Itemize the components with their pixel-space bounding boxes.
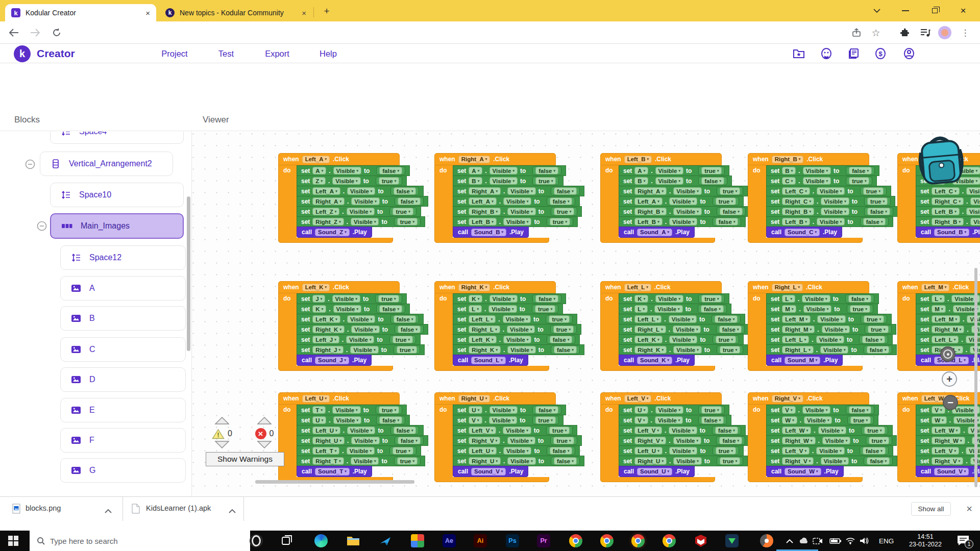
dropdown-Visible[interactable]: Visible▾ (669, 315, 697, 323)
block-stack-Left_U[interactable]: whenLeft_U▾.ClickdosetT▾.Visible▾totrue▾… (278, 392, 428, 482)
value-block[interactable]: false▾ (551, 187, 580, 195)
value-block[interactable]: true▾ (866, 436, 892, 445)
value-block[interactable]: true▾ (698, 406, 725, 414)
set-block[interactable]: setLeft_L▾.Visible▾tofalse▾ (619, 314, 745, 324)
dropdown-Visible[interactable]: Visible▾ (347, 315, 375, 323)
dropdown-true[interactable]: true▾ (393, 208, 413, 215)
set-block[interactable]: setLeft_Z▾.Visible▾totrue▾ (297, 206, 421, 217)
dropdown-true[interactable]: true▾ (716, 197, 736, 205)
taskbar-app-quik[interactable] (756, 531, 777, 551)
taskbar-app-after-effects[interactable]: Ae (439, 531, 459, 551)
taskbar-clock[interactable]: 14:51 23-01-2022 (902, 533, 948, 548)
set-block[interactable]: setW▾.Visible▾totrue▾ (766, 415, 878, 425)
dropdown-Visible[interactable]: Visible▾ (489, 177, 518, 185)
when-block[interactable]: whenRight_B▾.Click (748, 153, 869, 165)
dropdown-Visible[interactable]: Visible▾ (673, 325, 701, 333)
dropdown-Left_U[interactable]: Left_U▾ (302, 395, 330, 403)
dropdown-true[interactable]: true▾ (393, 336, 413, 343)
playlist-icon[interactable] (919, 26, 932, 39)
dropdown-true[interactable]: true▾ (397, 218, 418, 226)
dropdown-Visible[interactable]: Visible▾ (966, 447, 980, 455)
set-block[interactable]: setZ▾.Visible▾totrue▾ (297, 176, 407, 186)
dropdown-true[interactable]: true▾ (535, 305, 555, 313)
dropdown-J[interactable]: J▾ (312, 295, 325, 303)
menu-project[interactable]: Project (161, 49, 187, 59)
dropdown-Visible[interactable]: Visible▾ (507, 187, 535, 195)
dropdown-true[interactable]: true▾ (720, 457, 740, 465)
dropdown-Left_W[interactable]: Left_W▾ (782, 427, 811, 434)
dropdown-Right_C[interactable]: Right_C▾ (782, 197, 814, 205)
dropdown-false[interactable]: false▾ (550, 447, 573, 455)
dropdown-Visible[interactable]: Visible▾ (967, 315, 980, 323)
dropdown-true[interactable]: true▾ (864, 315, 884, 323)
dropdown-Right_A[interactable]: Right_A▾ (458, 156, 491, 163)
dropdown-Left_A[interactable]: Left_A▾ (302, 156, 330, 163)
dropdown-Right_M[interactable]: Right_M▾ (932, 325, 964, 333)
dropdown-Left_B[interactable]: Left_B▾ (782, 218, 810, 226)
downloads-close-icon[interactable]: × (962, 501, 977, 516)
dropdown-V[interactable]: V▾ (782, 406, 795, 414)
value-block[interactable]: true▾ (532, 177, 559, 185)
dropdown-Visible[interactable]: Visible▾ (803, 177, 831, 185)
dropdown-Right_L[interactable]: Right_L▾ (634, 325, 666, 333)
dropdown-false[interactable]: false▾ (862, 336, 885, 343)
dropdown-Left_L[interactable]: Left_L▾ (782, 336, 809, 343)
dropdown-Visible[interactable]: Visible▾ (669, 218, 697, 226)
dropdown-B[interactable]: B▾ (469, 177, 482, 185)
call-block[interactable]: callSound_K▾.Play (619, 355, 695, 366)
notification-center-icon[interactable]: 1 (957, 535, 970, 548)
block-stack-Left_A[interactable]: whenLeft_A▾.ClickdosetA▾.Visible▾tofalse… (278, 153, 428, 243)
dropdown-false[interactable]: false▾ (398, 437, 421, 444)
when-block[interactable]: whenLeft_W▾.Click (897, 392, 980, 405)
dropdown-true[interactable]: true▾ (553, 325, 574, 333)
value-block[interactable]: true▾ (532, 416, 559, 424)
dropdown-Left_K[interactable]: Left_K▾ (469, 336, 496, 343)
currency-icon[interactable]: $ (874, 47, 887, 60)
dropdown-Visible[interactable]: Visible▾ (669, 447, 697, 455)
set-block[interactable]: setLeft_A▾.Visible▾tofalse▾ (297, 186, 424, 196)
menu-test[interactable]: Test (218, 49, 234, 59)
zoom-in-button[interactable]: + (942, 371, 957, 387)
dropdown-false[interactable]: false▾ (554, 187, 577, 195)
sidebar-item-E[interactable]: E (60, 398, 186, 422)
call-block[interactable]: callSound_B▾.Play (916, 227, 980, 238)
browser-menu-dots-icon[interactable]: ⋮ (959, 26, 972, 39)
dropdown-Right_V[interactable]: Right_V▾ (772, 395, 803, 403)
value-block[interactable]: false▾ (712, 315, 741, 323)
dropdown-Visible[interactable]: Visible▾ (673, 208, 701, 215)
value-block[interactable]: false▾ (547, 446, 576, 455)
value-block[interactable]: false▾ (713, 217, 742, 226)
value-block[interactable]: true▾ (861, 426, 888, 435)
call-block[interactable]: callSound_L▾.Play (453, 355, 528, 366)
dropdown-Sound_C[interactable]: Sound_C▾ (785, 229, 820, 236)
dropdown-true[interactable]: true▾ (535, 177, 556, 185)
tab-close-icon[interactable]: × (145, 9, 150, 17)
dropdown-false[interactable]: false▾ (849, 406, 872, 414)
dropdown-B[interactable]: B▾ (634, 177, 648, 185)
dropdown-Sound_V[interactable]: Sound_V▾ (471, 468, 506, 475)
value-block[interactable]: true▾ (713, 197, 739, 206)
set-block[interactable]: setRight_W▾.Visible▾tofalse▾ (916, 435, 980, 446)
dropdown-Visible[interactable]: Visible▾ (488, 305, 517, 313)
dropdown-Visible[interactable]: Visible▾ (669, 197, 697, 205)
dropdown-Visible[interactable]: Visible▾ (507, 457, 535, 465)
dropdown-Right_V[interactable]: Right_V▾ (469, 437, 500, 444)
call-block[interactable]: callSound_Z▾.Play (297, 227, 372, 238)
set-block[interactable]: setLeft_W▾.Visible▾tofalse▾ (916, 425, 980, 436)
dropdown-Right_B[interactable]: Right_B▾ (782, 208, 814, 215)
value-block[interactable]: false▾ (532, 406, 561, 414)
value-block[interactable]: true▾ (864, 197, 891, 206)
set-block[interactable]: setLeft_T▾.Visible▾totrue▾ (297, 445, 421, 456)
dropdown-Visible[interactable]: Visible▾ (970, 197, 980, 205)
dropdown-true[interactable]: true▾ (393, 447, 413, 455)
dropdown-false[interactable]: false▾ (848, 295, 871, 303)
window-restore-button[interactable] (927, 3, 942, 18)
download-file-name[interactable]: KidsLearner (1).apk (146, 504, 211, 512)
dropdown-Right_U[interactable]: Right_U▾ (312, 437, 345, 444)
dropdown-Visible[interactable]: Visible▾ (489, 416, 517, 424)
value-block[interactable]: false▾ (395, 436, 424, 445)
set-block[interactable]: setLeft_V▾.Visible▾tofalse▾ (619, 425, 746, 436)
dropdown-Visible[interactable]: Visible▾ (803, 167, 831, 174)
error-up-arrow-icon[interactable] (257, 416, 272, 425)
dropdown-Sound_B[interactable]: Sound_B▾ (934, 229, 969, 236)
